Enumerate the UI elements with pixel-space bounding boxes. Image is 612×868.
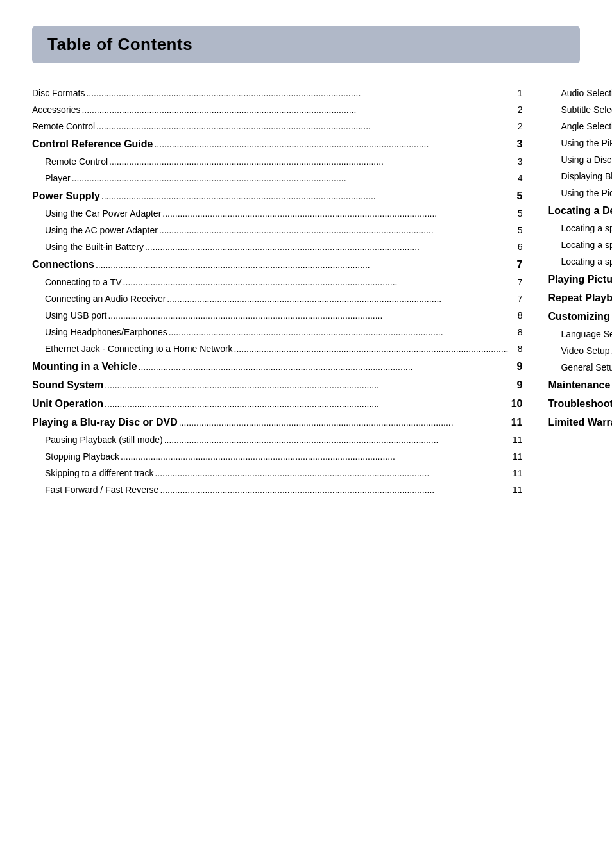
entry-text: Limited Warranty <box>548 415 612 430</box>
toc-entry: Pausing Playback (still mode)...........… <box>32 433 522 447</box>
dot-leader: ........................................… <box>158 483 509 497</box>
toc-entry: Locating a specific chapter.............… <box>548 222 612 235</box>
entry-text: Stopping Playback <box>45 450 119 463</box>
toc-entry: Troubleshooting Guide...................… <box>548 396 612 412</box>
toc-entry: Sound System............................… <box>32 378 522 393</box>
toc-entry: Using the Picture Menu..................… <box>548 187 612 200</box>
dot-leader: ........................................… <box>161 207 509 221</box>
entry-text: Audio Selection <box>561 87 612 100</box>
dot-leader: ........................................… <box>144 240 509 254</box>
toc-entry: Fast Forward / Fast Reverse.............… <box>32 483 522 497</box>
toc-entry: Language Setup..........................… <box>548 328 612 341</box>
page-number: 2 <box>509 103 522 117</box>
entry-text: Video Setup <box>561 344 609 358</box>
page-number: 5 <box>509 207 522 221</box>
entry-text: Skipping to a different track <box>45 467 153 480</box>
dot-leader: ........................................… <box>233 342 510 356</box>
toc-entry: Ethernet Jack - Connecting to a Home Net… <box>32 342 522 356</box>
toc-entry: Connecting to a TV......................… <box>32 276 522 289</box>
toc-entry: Locating a Desired Section..............… <box>548 203 612 219</box>
entry-text: Connecting to a TV <box>45 276 122 289</box>
toc-entry: Subtitle Selection......................… <box>548 103 612 117</box>
toc-entry: Playing a Blu-ray Disc or DVD...........… <box>32 415 522 430</box>
toc-entry: Displaying Blu-ray Disc Information.....… <box>548 170 612 183</box>
page-number: 11 <box>509 483 522 497</box>
toc-entry: Power Supply............................… <box>32 188 522 204</box>
toc-entry: Limited Warranty........................… <box>548 415 612 430</box>
dot-leader: ........................................… <box>103 379 509 392</box>
entry-text: Ethernet Jack - Connecting to a Home Net… <box>45 342 233 356</box>
dot-leader: ........................................… <box>80 103 509 117</box>
entry-text: General Setup <box>561 361 612 374</box>
page-number: 5 <box>509 188 522 204</box>
toc-entry: Connections.............................… <box>32 257 522 272</box>
dot-leader: ........................................… <box>122 276 510 289</box>
dot-leader: ........................................… <box>85 87 509 100</box>
page-number: 11 <box>509 450 522 463</box>
entry-text: Subtitle Selection <box>561 103 612 117</box>
entry-text: Disc Formats <box>32 87 85 100</box>
entry-text: Language Setup <box>561 328 612 341</box>
page-title: Table of Contents <box>47 35 565 54</box>
entry-text: Using USB port <box>45 309 106 322</box>
toc-entry: Using the Built-in Battery..............… <box>32 240 522 254</box>
page-number: 4 <box>509 172 522 185</box>
toc-entry: Customizing the Function Settings.......… <box>548 309 612 324</box>
entry-text: Maintenance <box>548 378 610 393</box>
page-number: 11 <box>509 433 522 447</box>
right-column: Audio Selection.........................… <box>548 87 612 433</box>
page-number: 8 <box>509 342 522 356</box>
toc-entry: Using USB port..........................… <box>32 309 522 322</box>
page-number: 8 <box>509 309 522 322</box>
toc-entry: Remote Control..........................… <box>32 120 522 133</box>
dot-leader: ........................................… <box>103 397 509 411</box>
entry-text: Locating a specific chapter <box>561 222 612 235</box>
toc-entry: Locating a specific time................… <box>548 255 612 269</box>
entry-text: Playing a Blu-ray Disc or DVD <box>32 415 178 430</box>
entry-text: Using a Disc Pop Up Menu <box>561 153 612 167</box>
entry-text: Connections <box>32 257 94 272</box>
page-number: 9 <box>509 359 522 374</box>
entry-text: Using the Picture Menu <box>561 187 612 200</box>
toc-entry: Connecting an Audio Receiver............… <box>32 292 522 306</box>
toc-entry: Using Headphones/Earphones..............… <box>32 326 522 339</box>
page-number: 7 <box>509 292 522 306</box>
dot-leader: ........................................… <box>100 190 510 203</box>
page-number: 11 <box>509 415 522 430</box>
page-number: 7 <box>509 276 522 289</box>
entry-text: Locating a specific time <box>561 255 612 269</box>
dot-leader: ........................................… <box>106 309 509 322</box>
dot-leader: ........................................… <box>153 467 509 480</box>
toc-entry: Using the Car Power Adapter.............… <box>32 207 522 221</box>
entry-text: Unit Operation <box>32 396 103 412</box>
entry-text: Using the Car Power Adapter <box>45 207 161 221</box>
entry-text: Control Reference Guide <box>32 137 153 152</box>
page-number: 5 <box>509 224 522 237</box>
page-number: 10 <box>509 396 522 412</box>
entry-text: Connecting an Audio Receiver <box>45 292 166 306</box>
toc-entry: Angle Selection.........................… <box>548 120 612 133</box>
entry-text: Pausing Playback (still mode) <box>45 433 163 447</box>
page-number: 3 <box>509 155 522 169</box>
toc-entry: Repeat Playback.........................… <box>548 290 612 306</box>
page-number: 8 <box>509 326 522 339</box>
entry-text: Fast Forward / Fast Reverse <box>45 483 158 497</box>
toc-entry: General Setup...........................… <box>548 361 612 374</box>
dot-leader: ........................................… <box>166 292 509 306</box>
toc-entry: Stopping Playback.......................… <box>32 450 522 463</box>
dot-leader: ........................................… <box>119 450 509 463</box>
entry-text: Remote Control <box>32 120 95 133</box>
entry-text: Locating a Desired Section <box>548 203 612 219</box>
toc-header: Table of Contents <box>32 26 580 63</box>
entry-text: Using Headphones/Earphones <box>45 326 167 339</box>
toc-entry: Unit Operation..........................… <box>32 396 522 412</box>
toc-entry: Remote Control..........................… <box>32 155 522 169</box>
entry-text: Using the Built-in Battery <box>45 240 144 254</box>
entry-text: Power Supply <box>32 188 100 204</box>
page-number: 9 <box>509 378 522 393</box>
dot-leader: ........................................… <box>178 416 510 430</box>
toc-entry: Using the PiP (Picture-in-picture) mode … <box>548 137 612 150</box>
dot-leader: ........................................… <box>95 120 509 133</box>
dot-leader: ........................................… <box>158 224 510 237</box>
dot-leader: ........................................… <box>108 155 509 169</box>
